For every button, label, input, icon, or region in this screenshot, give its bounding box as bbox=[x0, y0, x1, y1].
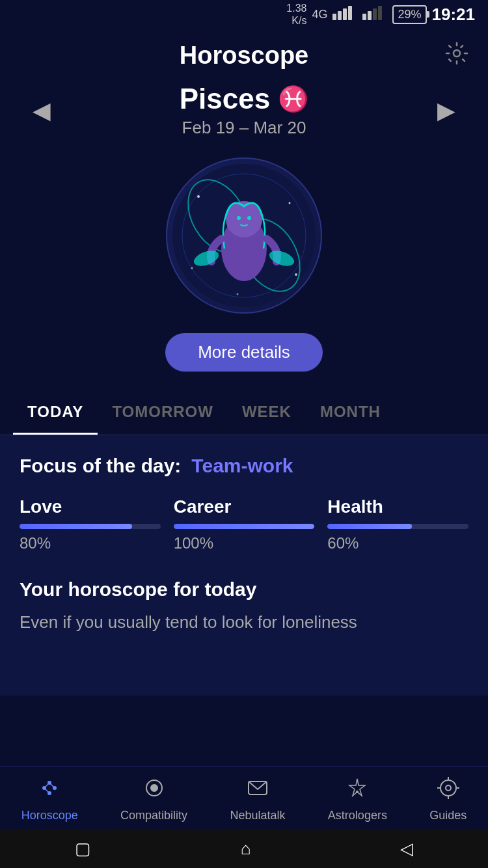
tab-tomorrow[interactable]: TOMORROW bbox=[98, 391, 228, 435]
svg-point-30 bbox=[47, 791, 51, 795]
svg-point-37 bbox=[441, 780, 456, 796]
tab-week[interactable]: WEEK bbox=[228, 391, 306, 435]
stat-love-bar-bg bbox=[20, 524, 161, 529]
tab-month[interactable]: MONTH bbox=[306, 391, 395, 435]
svg-rect-2 bbox=[343, 8, 347, 20]
svg-line-28 bbox=[49, 783, 55, 788]
sign-name: Pisces ♓ bbox=[64, 83, 424, 115]
focus-value: Team-work bbox=[191, 455, 293, 477]
nav-guides[interactable]: Guides bbox=[429, 776, 467, 822]
system-home-button[interactable]: ⌂ bbox=[241, 839, 251, 859]
stat-health-bar-fill bbox=[327, 524, 412, 529]
stat-love-label: Love bbox=[20, 496, 161, 517]
stat-career-bar-bg bbox=[174, 524, 315, 529]
guides-nav-icon bbox=[437, 776, 460, 805]
stat-career-bar-fill bbox=[174, 524, 315, 529]
stat-career: Career 100% bbox=[174, 496, 315, 552]
signal-4g: 4G bbox=[312, 8, 327, 21]
system-back-button[interactable]: ◁ bbox=[400, 839, 413, 859]
horoscope-nav-icon bbox=[38, 776, 61, 805]
bottom-navigation: Horoscope Compatibility Nebulatalk bbox=[0, 766, 488, 829]
signal-bars bbox=[332, 5, 357, 24]
svg-point-15 bbox=[237, 216, 241, 220]
speed-indicator: 1.38K/s bbox=[286, 2, 306, 27]
svg-point-8 bbox=[454, 50, 460, 57]
prev-sign-button[interactable]: ◀ bbox=[20, 90, 64, 131]
app-header: Horoscope bbox=[0, 29, 488, 76]
horoscope-title: Your horoscope for today bbox=[20, 578, 468, 601]
stat-health-label: Health bbox=[327, 496, 468, 517]
sign-info: Pisces ♓ Feb 19 – Mar 20 bbox=[64, 83, 424, 138]
stat-health-percent: 60% bbox=[327, 534, 468, 552]
svg-rect-4 bbox=[362, 14, 366, 20]
stat-love: Love 80% bbox=[20, 496, 161, 552]
svg-point-19 bbox=[197, 195, 200, 198]
more-details-button[interactable]: More details bbox=[165, 333, 323, 372]
svg-rect-7 bbox=[378, 6, 382, 20]
signal-bars-2 bbox=[362, 5, 387, 24]
svg-point-21 bbox=[191, 267, 193, 269]
nav-astrologers[interactable]: Astrologers bbox=[328, 776, 387, 822]
main-content: Focus of the day: Team-work Love 80% Car… bbox=[0, 435, 488, 696]
zodiac-illustration bbox=[0, 144, 488, 320]
nav-horoscope[interactable]: Horoscope bbox=[21, 776, 78, 822]
guides-nav-label: Guides bbox=[429, 809, 467, 822]
sign-section: ◀ Pisces ♓ Feb 19 – Mar 20 ▶ bbox=[0, 76, 488, 144]
astrologers-nav-label: Astrologers bbox=[328, 809, 387, 822]
horoscope-nav-label: Horoscope bbox=[21, 809, 78, 822]
svg-point-38 bbox=[446, 785, 451, 791]
svg-rect-1 bbox=[338, 11, 342, 20]
sign-symbol: ♓ bbox=[278, 85, 308, 113]
more-details-section: More details bbox=[0, 320, 488, 391]
compatibility-nav-icon bbox=[142, 776, 166, 805]
horoscope-section: Your horoscope for today Even if you usu… bbox=[20, 572, 468, 642]
svg-rect-6 bbox=[373, 8, 377, 20]
stat-career-label: Career bbox=[174, 496, 315, 517]
tab-today[interactable]: TODAY bbox=[13, 391, 98, 435]
sign-dates: Feb 19 – Mar 20 bbox=[64, 118, 424, 138]
compatibility-nav-label: Compatibility bbox=[120, 809, 187, 822]
page-title: Horoscope bbox=[180, 42, 308, 70]
svg-point-22 bbox=[295, 273, 297, 276]
astrologers-nav-icon bbox=[346, 776, 369, 805]
horoscope-preview: Even if you usually tend to look for lon… bbox=[20, 610, 468, 635]
svg-rect-0 bbox=[332, 14, 336, 20]
system-navigation: ▢ ⌂ ◁ bbox=[0, 829, 488, 868]
focus-of-day: Focus of the day: Team-work bbox=[20, 455, 468, 477]
svg-point-20 bbox=[289, 202, 291, 204]
status-bar: 1.38K/s 4G 29% 19:21 bbox=[0, 0, 488, 29]
zodiac-circle bbox=[166, 157, 322, 314]
nebulatalk-nav-icon bbox=[246, 776, 269, 805]
stat-love-bar-fill bbox=[20, 524, 132, 529]
nav-nebulatalk[interactable]: Nebulatalk bbox=[230, 776, 285, 822]
time-tabs: TODAY TOMORROW WEEK MONTH bbox=[0, 391, 488, 435]
svg-marker-35 bbox=[349, 779, 365, 796]
stats-grid: Love 80% Career 100% Health 60% bbox=[20, 496, 468, 552]
svg-point-23 bbox=[237, 293, 239, 295]
clock: 19:21 bbox=[432, 5, 476, 25]
next-sign-button[interactable]: ▶ bbox=[424, 90, 468, 131]
svg-line-27 bbox=[44, 783, 49, 788]
battery-indicator: 29% bbox=[392, 5, 426, 24]
focus-label: Focus of the day: bbox=[20, 455, 181, 477]
stat-career-percent: 100% bbox=[174, 534, 315, 552]
svg-point-36 bbox=[356, 791, 359, 793]
nebulatalk-nav-label: Nebulatalk bbox=[230, 809, 285, 822]
stat-health-bar-bg bbox=[327, 524, 468, 529]
stat-love-percent: 80% bbox=[20, 534, 161, 552]
svg-point-16 bbox=[247, 216, 251, 220]
stat-health: Health 60% bbox=[327, 496, 468, 552]
svg-rect-5 bbox=[368, 11, 372, 20]
settings-icon[interactable] bbox=[445, 42, 468, 70]
system-recent-button[interactable]: ▢ bbox=[75, 839, 91, 859]
nav-compatibility[interactable]: Compatibility bbox=[120, 776, 187, 822]
svg-rect-3 bbox=[348, 6, 352, 20]
